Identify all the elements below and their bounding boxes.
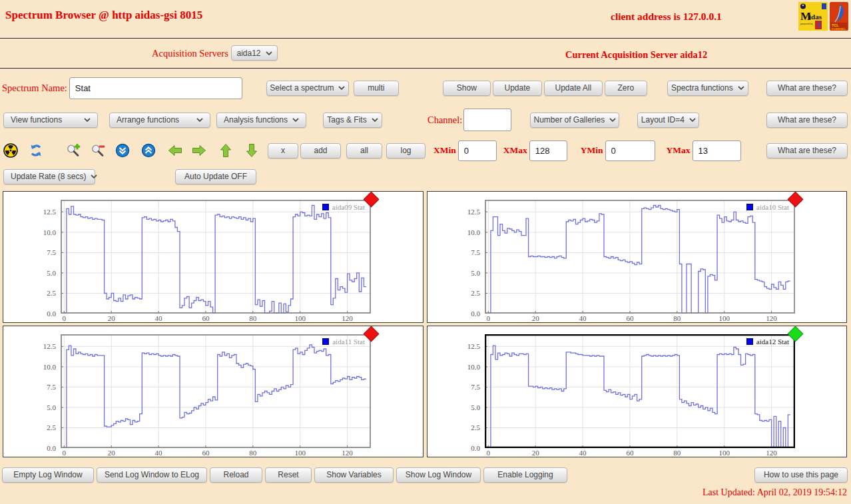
log-button[interactable]: log	[386, 143, 425, 158]
acquisition-server-dropdown[interactable]: aida12	[231, 45, 278, 61]
select-spectrum-dropdown[interactable]: Select a spectrum	[266, 81, 349, 96]
tags-fits-dropdown[interactable]: Tags & Fits	[323, 113, 382, 128]
gallery-panel[interactable]: aida12 Stat 0.02.55.07.510.012.5 0204060…	[427, 326, 847, 457]
number-of-galleries-dropdown[interactable]: Number of Galleries	[530, 113, 619, 128]
update-rate-dropdown[interactable]: Update Rate (8 secs)	[3, 169, 95, 184]
enable-logging-button[interactable]: Enable Logging	[483, 467, 567, 483]
refresh-icon[interactable]	[29, 143, 43, 158]
xmin-label: XMin	[433, 145, 456, 156]
number-of-galleries-label: Number of Galleries	[534, 115, 605, 125]
legend-label: aida12 Stat	[756, 338, 789, 346]
send-log-to-elog-button[interactable]: Send Log Window to ELog	[97, 467, 207, 483]
analysis-functions-dropdown[interactable]: Analysis functions	[216, 113, 306, 128]
update-row: Update Rate (8 secs) Auto Update OFF	[0, 166, 851, 186]
all-button[interactable]: all	[346, 143, 382, 158]
acquisition-row: Acquisition Servers aida12 Current Acqui…	[0, 39, 851, 69]
svg-text:idas: idas	[809, 13, 822, 21]
tcl-logo[interactable]: TCLPOWERED	[830, 2, 848, 31]
view-functions-dropdown[interactable]: View functions	[3, 113, 98, 128]
chevron-down-icon	[196, 118, 203, 122]
xmax-label: XMax	[503, 145, 527, 156]
chevron-down-icon	[266, 51, 272, 55]
what-are-these-button-2[interactable]: What are these?	[766, 113, 848, 128]
page-title: Spectrum Browser @ http aidas-gsi 8015	[5, 9, 202, 22]
gallery-panel[interactable]: aida11 Stat 0.02.55.07.510.012.5 0204060…	[3, 326, 424, 457]
chevron-down-icon	[609, 118, 616, 122]
acquisition-server-value: aida12	[236, 49, 260, 58]
spectrum-plot[interactable]: aida12 Stat	[485, 334, 795, 448]
y-axis-labels: 0.02.55.07.510.012.5	[34, 192, 58, 322]
y-axis-labels: 0.02.55.07.510.012.5	[458, 326, 482, 457]
tags-fits-label: Tags & Fits	[327, 115, 366, 125]
ymax-input[interactable]	[693, 140, 741, 161]
y-axis-labels: 0.02.55.07.510.012.5	[458, 192, 482, 322]
reset-button[interactable]: Reset	[265, 467, 312, 483]
zoom-out-icon[interactable]	[91, 143, 105, 158]
scroll-down-icon[interactable]	[115, 143, 130, 158]
arrow-left-icon[interactable]	[168, 143, 182, 158]
channel-input[interactable]	[463, 109, 511, 131]
spectrum-row: Spectrum Name: Select a spectrum multi S…	[0, 73, 851, 103]
x-axis-labels: 020406080100120	[427, 314, 846, 323]
ymax-label: YMax	[667, 145, 691, 156]
header: Spectrum Browser @ http aidas-gsi 8015 c…	[0, 0, 851, 39]
chevron-down-icon	[372, 118, 378, 122]
legend-label: aida10 Stat	[756, 203, 789, 211]
zoom-in-icon[interactable]	[66, 143, 81, 158]
update-button[interactable]: Update	[493, 81, 542, 96]
x-axis-labels: 020406080100120	[427, 449, 846, 457]
scroll-up-icon[interactable]	[141, 143, 156, 158]
update-all-button[interactable]: Update All	[544, 81, 603, 96]
spectrum-plot[interactable]: aida11 Stat	[61, 334, 371, 448]
what-are-these-button-1[interactable]: What are these?	[766, 81, 848, 96]
spectrum-plot[interactable]: aida09 Stat	[61, 200, 371, 314]
x-button[interactable]: x	[268, 143, 298, 158]
functions-row: View functions Arrange functions Analysi…	[0, 105, 851, 134]
spectra-functions-dropdown[interactable]: Spectra functions	[667, 81, 748, 96]
gallery-panel[interactable]: aida09 Stat 0.02.55.07.510.012.5 0204060…	[3, 191, 424, 323]
gallery-panel[interactable]: aida10 Stat 0.02.55.07.510.012.5 0204060…	[427, 191, 847, 323]
arrow-right-icon[interactable]	[192, 143, 206, 158]
arrow-up-icon[interactable]	[218, 143, 233, 158]
add-button[interactable]: add	[300, 143, 341, 158]
ymin-input[interactable]	[605, 140, 655, 161]
radiation-icon[interactable]	[3, 143, 18, 158]
midas-logo[interactable]: Midaspowered by	[798, 2, 828, 31]
zero-button[interactable]: Zero	[605, 81, 647, 96]
arrow-down-icon[interactable]	[244, 143, 259, 158]
ymin-label: YMin	[581, 145, 603, 156]
arrange-functions-label: Arrange functions	[117, 115, 179, 125]
empty-log-window-button[interactable]: Empty Log Window	[2, 467, 94, 483]
how-to-use-button[interactable]: How to use this page	[754, 467, 848, 483]
chevron-down-icon	[292, 118, 299, 122]
chevron-down-icon	[689, 118, 696, 122]
channel-label: Channel:	[427, 115, 462, 126]
show-log-window-button[interactable]: Show Log Window	[396, 467, 481, 483]
legend-label: aida11 Stat	[332, 338, 365, 346]
acquisition-servers-label: Acquisition Servers	[152, 48, 228, 59]
analysis-functions-label: Analysis functions	[224, 115, 288, 125]
footer-row: Empty Log Window Send Log Window to ELog…	[0, 467, 851, 483]
spectrum-plot-svg	[61, 334, 371, 448]
logo-group: Midaspowered by TCLPOWERED	[798, 2, 848, 31]
spectrum-plot[interactable]: aida10 Stat	[485, 200, 795, 314]
spectrum-plot-svg	[485, 334, 795, 448]
reload-button[interactable]: Reload	[210, 467, 262, 483]
show-variables-button[interactable]: Show Variables	[314, 467, 394, 483]
y-axis-labels: 0.02.55.07.510.012.5	[34, 326, 58, 457]
x-axis-labels: 020406080100120	[3, 449, 423, 457]
select-spectrum-label: Select a spectrum	[270, 83, 334, 93]
what-are-these-button-3[interactable]: What are these?	[766, 143, 848, 158]
arrange-functions-dropdown[interactable]: Arrange functions	[109, 113, 210, 128]
layout-id-label: Layout ID=4	[641, 115, 685, 125]
xmax-input[interactable]	[529, 140, 567, 161]
show-button[interactable]: Show	[443, 81, 491, 96]
xmin-input[interactable]	[458, 140, 497, 161]
spectrum-plot-svg	[485, 200, 795, 314]
chevron-down-icon	[91, 174, 97, 178]
layout-id-dropdown[interactable]: Layout ID=4	[637, 113, 699, 128]
auto-update-button[interactable]: Auto Update OFF	[175, 169, 256, 184]
multi-button[interactable]: multi	[354, 81, 399, 96]
chevron-down-icon	[84, 118, 91, 122]
spectrum-name-input[interactable]	[69, 77, 242, 99]
